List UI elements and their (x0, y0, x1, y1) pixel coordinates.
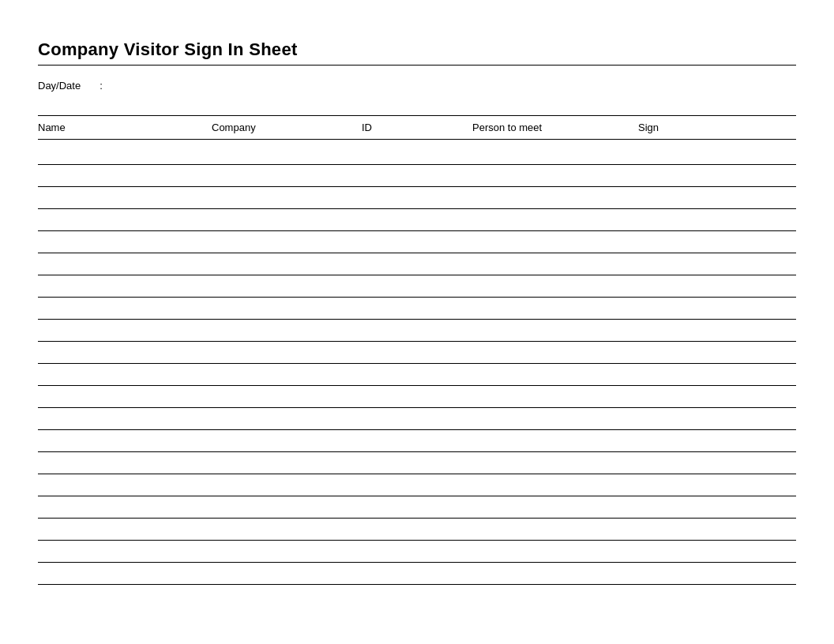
date-label: Day/Date (38, 80, 81, 92)
table-row (38, 209, 796, 231)
table-row (38, 519, 796, 541)
table-row (38, 563, 796, 585)
table-row (38, 165, 796, 187)
table-row (38, 452, 796, 474)
table-row (38, 231, 796, 253)
col-person-to-meet: Person to meet (472, 119, 638, 136)
table-row (38, 275, 796, 298)
date-colon: : (100, 80, 103, 92)
visitor-table: Name Company ID Person to meet Sign (38, 115, 796, 585)
table-header: Name Company ID Person to meet Sign (38, 115, 796, 140)
col-name: Name (38, 119, 212, 136)
table-row (38, 408, 796, 430)
table-row (38, 187, 796, 209)
col-id: ID (362, 119, 472, 136)
table-rows (38, 143, 796, 585)
table-row (38, 143, 796, 165)
table-row (38, 541, 796, 563)
title-divider (38, 65, 796, 66)
table-row (38, 364, 796, 386)
table-row (38, 474, 796, 496)
date-row: Day/Date : (38, 80, 796, 92)
page-title: Company Visitor Sign In Sheet (38, 39, 796, 60)
col-sign: Sign (638, 119, 796, 136)
table-row (38, 253, 796, 275)
table-row (38, 496, 796, 519)
table-row (38, 386, 796, 408)
table-row (38, 320, 796, 342)
col-company: Company (212, 119, 362, 136)
table-row (38, 342, 796, 364)
table-row (38, 298, 796, 320)
table-row (38, 430, 796, 452)
